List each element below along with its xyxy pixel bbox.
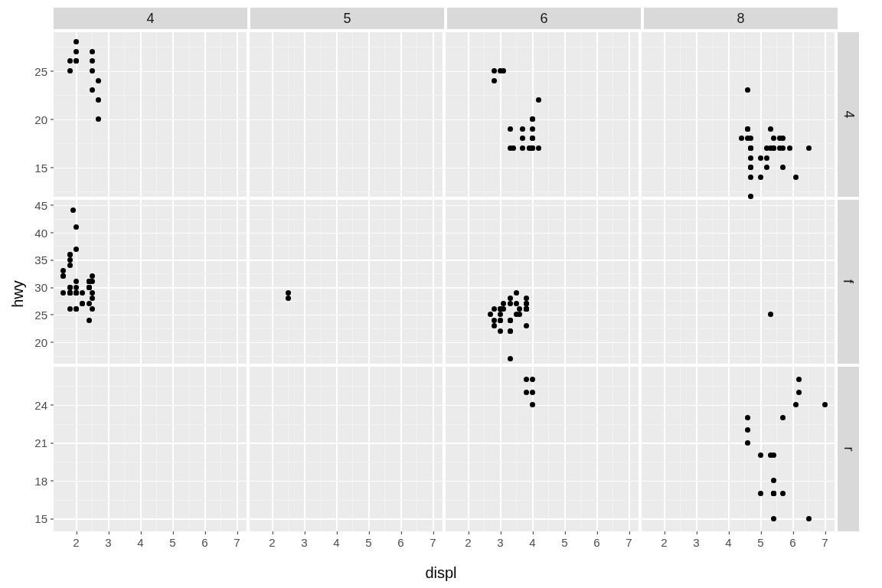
data-point — [768, 126, 773, 132]
x-tick-label: 2 — [465, 531, 471, 549]
x-tick-label: 6 — [201, 531, 207, 549]
data-point — [517, 312, 522, 317]
data-point — [524, 390, 529, 395]
x-tick-label: 6 — [397, 531, 403, 549]
data-point — [793, 402, 799, 407]
data-point — [748, 155, 753, 161]
data-point — [806, 516, 812, 521]
x-tick-label: 7 — [430, 531, 436, 549]
data-point — [498, 312, 503, 317]
data-point — [517, 306, 522, 312]
data-point — [520, 136, 525, 141]
y-tick-label: 15 — [34, 161, 54, 174]
data-point — [492, 68, 497, 74]
data-point — [67, 285, 73, 290]
x-tick-label: 7 — [234, 531, 240, 549]
facet-panel — [250, 200, 443, 364]
data-point — [530, 390, 535, 395]
data-point — [745, 126, 750, 132]
facet-row-header: 4 — [838, 32, 859, 197]
data-point — [524, 301, 529, 306]
y-tick-label: 18 — [34, 474, 54, 487]
data-point — [745, 415, 750, 420]
y-tick-label: 20 — [34, 113, 54, 126]
data-point — [286, 290, 291, 296]
facet-panel: 234567 — [642, 367, 835, 531]
data-point — [758, 491, 763, 496]
data-point — [90, 296, 95, 301]
data-point — [74, 285, 79, 290]
facet-col-header: 5 — [250, 8, 444, 29]
data-point — [530, 126, 535, 132]
data-point — [764, 165, 769, 170]
data-point — [748, 194, 753, 199]
facet-panel — [446, 200, 639, 364]
data-point — [286, 296, 291, 301]
y-tick-label: 30 — [34, 281, 54, 294]
data-point — [780, 165, 786, 170]
chart-root: hwy displ 45681520254202530354045f151821… — [0, 0, 882, 588]
data-point — [87, 301, 92, 306]
x-tick-label: 6 — [593, 531, 599, 549]
data-point — [530, 402, 535, 407]
data-point — [498, 318, 503, 323]
data-point — [508, 318, 513, 323]
data-point — [524, 296, 529, 301]
data-point — [90, 87, 95, 93]
facet-row-header: r — [838, 367, 859, 531]
data-point — [524, 323, 529, 328]
data-point — [764, 155, 769, 161]
data-point — [530, 136, 535, 141]
y-tick-label: 15 — [34, 512, 54, 525]
data-point — [530, 116, 535, 122]
data-point — [67, 252, 73, 257]
data-point — [520, 126, 525, 132]
data-point — [90, 279, 95, 284]
data-point — [745, 427, 750, 433]
x-tick-label: 5 — [365, 531, 371, 549]
x-tick-label: 4 — [725, 531, 731, 549]
facet-panel: 152025 — [54, 32, 247, 197]
data-point — [787, 145, 792, 151]
data-point — [771, 145, 776, 151]
data-point — [511, 145, 516, 151]
data-point — [80, 290, 85, 296]
data-point — [96, 78, 101, 83]
data-point — [748, 165, 753, 170]
data-point — [80, 301, 85, 306]
data-point — [524, 306, 529, 312]
facet-panel — [642, 200, 835, 364]
y-axis-title: hwy — [9, 280, 27, 308]
facet-panel — [446, 32, 639, 197]
data-point — [508, 126, 513, 132]
data-point — [745, 87, 750, 93]
data-point — [90, 58, 95, 64]
data-point — [771, 136, 776, 141]
data-point — [90, 49, 95, 54]
x-tick-label: 4 — [333, 531, 339, 549]
data-point — [498, 328, 503, 334]
facet-col-header: 4 — [54, 8, 247, 29]
x-tick-label: 2 — [661, 531, 667, 549]
data-point — [748, 136, 753, 141]
data-point — [530, 145, 535, 151]
facet-panel: 234567 — [250, 367, 443, 531]
data-point — [74, 247, 79, 252]
data-point — [514, 301, 519, 306]
data-point — [74, 224, 79, 230]
facet-grid: 45681520254202530354045f1518212423456723… — [54, 8, 859, 550]
x-axis-title: displ — [425, 564, 456, 582]
x-tick-label: 4 — [137, 531, 143, 549]
x-tick-label: 7 — [822, 531, 828, 549]
x-tick-label: 2 — [73, 531, 79, 549]
data-point — [536, 97, 541, 103]
data-point — [96, 97, 101, 103]
x-tick-label: 3 — [497, 531, 503, 549]
data-point — [758, 452, 763, 458]
data-point — [90, 273, 95, 279]
data-point — [60, 268, 66, 273]
y-tick-label: 25 — [34, 64, 54, 77]
x-tick-label: 3 — [301, 531, 307, 549]
data-point — [796, 377, 802, 382]
x-tick-label: 5 — [757, 531, 763, 549]
